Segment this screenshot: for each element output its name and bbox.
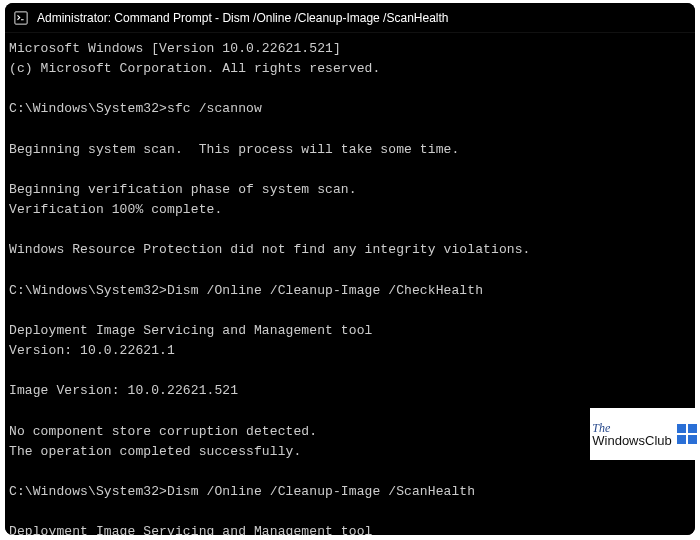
svg-rect-0 (15, 11, 27, 23)
svg-rect-2 (677, 424, 686, 433)
watermark: The WindowsClub (590, 408, 700, 460)
watermark-the: The (592, 422, 671, 434)
svg-rect-5 (688, 435, 697, 444)
windows-logo-icon (676, 423, 698, 445)
window-title: Administrator: Command Prompt - Dism /On… (37, 11, 449, 25)
titlebar[interactable]: Administrator: Command Prompt - Dism /On… (5, 3, 695, 33)
svg-rect-3 (688, 424, 697, 433)
svg-rect-4 (677, 435, 686, 444)
app-icon (13, 10, 29, 26)
watermark-brand: WindowsClub (592, 434, 671, 447)
